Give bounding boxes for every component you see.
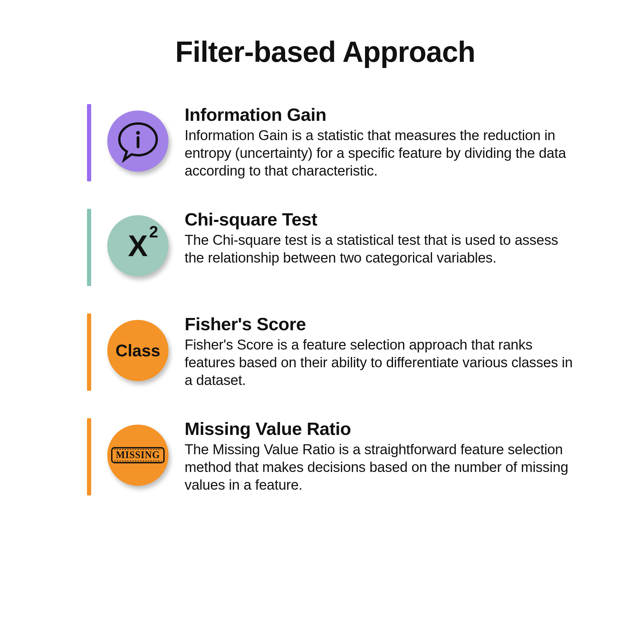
list-item: MISSING Missing Value Ratio The Missing …	[87, 418, 580, 495]
item-heading: Missing Value Ratio	[185, 418, 580, 439]
list-item: X2 Chi-square Test The Chi-square test i…	[87, 209, 580, 286]
accent-bar	[87, 209, 91, 286]
class-label-icon: Class	[107, 320, 168, 381]
item-description: Information Gain is a statistic that mea…	[185, 126, 580, 179]
info-speech-bubble-icon	[107, 111, 168, 172]
list-item: Information Gain Information Gain is a s…	[87, 104, 580, 181]
missing-stamp-text: MISSING	[111, 447, 164, 463]
chi-square-icon-text: X2	[128, 229, 148, 263]
item-description: The Chi-square test is a statistical tes…	[185, 231, 580, 266]
chi-main: X	[128, 229, 148, 262]
accent-bar	[87, 313, 91, 391]
items-list: Information Gain Information Gain is a s…	[71, 104, 580, 495]
svg-point-0	[136, 131, 140, 135]
class-label-text: Class	[116, 341, 160, 360]
item-description: The Missing Value Ratio is a straightfor…	[185, 440, 580, 494]
item-heading: Chi-square Test	[185, 209, 580, 230]
item-description: Fisher's Score is a feature selection ap…	[185, 336, 580, 389]
accent-bar	[87, 418, 91, 495]
item-text: Fisher's Score Fisher's Score is a featu…	[185, 313, 580, 389]
item-heading: Fisher's Score	[185, 313, 580, 334]
chi-sup: 2	[149, 223, 158, 241]
item-heading: Information Gain	[185, 104, 580, 125]
page-title: Filter-based Approach	[71, 35, 580, 69]
chi-square-icon: X2	[107, 215, 168, 276]
accent-bar	[87, 104, 91, 181]
page: Filter-based Approach Information Gain I…	[0, 0, 644, 644]
item-text: Chi-square Test The Chi-square test is a…	[185, 209, 580, 266]
list-item: Class Fisher's Score Fisher's Score is a…	[87, 313, 580, 391]
info-speech-bubble-icon-svg	[115, 118, 161, 165]
missing-stamp-icon: MISSING	[107, 425, 168, 486]
item-text: Information Gain Information Gain is a s…	[185, 104, 580, 179]
item-text: Missing Value Ratio The Missing Value Ra…	[185, 418, 580, 494]
